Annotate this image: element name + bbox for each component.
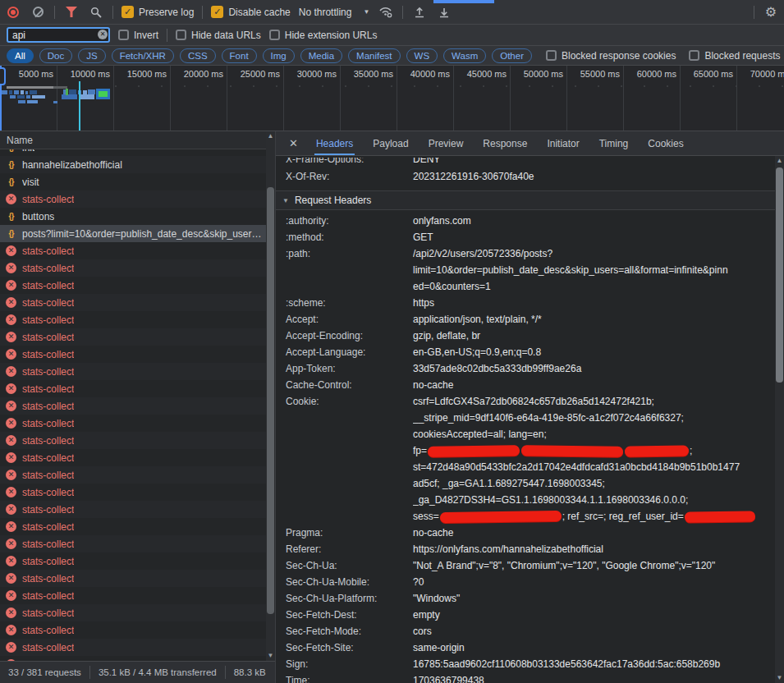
header-name: Sec-Fetch-Mode: xyxy=(286,623,413,639)
scroll-down-icon[interactable]: ▼ xyxy=(775,673,784,683)
name-column-header[interactable]: Name xyxy=(0,131,275,149)
request-row[interactable]: {}init xyxy=(0,149,275,156)
type-chip-doc[interactable]: Doc xyxy=(39,48,72,63)
record-button[interactable] xyxy=(5,4,21,21)
request-row[interactable]: ✕stats-collect xyxy=(0,397,275,415)
request-row[interactable]: ✕stats-collect xyxy=(0,294,275,311)
request-row[interactable]: ✕stats-collect xyxy=(0,604,275,621)
search-button[interactable] xyxy=(88,4,104,21)
header-row: Sign:16785:5aad9602cf110608b03133de56364… xyxy=(276,656,784,672)
import-har-button[interactable] xyxy=(411,4,428,21)
request-row[interactable]: ✕stats-collect xyxy=(0,415,275,432)
type-chip-media[interactable]: Media xyxy=(300,48,342,63)
request-row[interactable]: ✕stats-collect xyxy=(0,432,275,449)
request-row[interactable]: ✕stats-collect xyxy=(0,346,275,363)
left-scrollbar[interactable]: ▲ ▼ xyxy=(266,131,275,661)
header-value-text: 1703636799438 xyxy=(413,675,484,683)
filter-toggle-button[interactable] xyxy=(63,4,80,21)
tab-preview[interactable]: Preview xyxy=(420,133,472,154)
request-row[interactable]: ✕stats-collect xyxy=(0,518,275,535)
request-row[interactable]: ✕stats-collect xyxy=(0,363,275,380)
header-value-text: DENY xyxy=(413,158,440,165)
section-header[interactable]: ▼Request Headers xyxy=(276,190,784,210)
request-row[interactable]: ✕stats-collect xyxy=(0,552,275,570)
type-chip-manifest[interactable]: Manifest xyxy=(348,48,400,63)
request-name: stats-collect xyxy=(22,452,74,464)
ruler-tick-label: 25000 ms xyxy=(219,69,280,79)
request-row[interactable]: ✕stats-collect xyxy=(0,466,275,484)
throttling-dropdown[interactable]: No throttling ▼ xyxy=(299,7,370,18)
header-name: :method: xyxy=(286,229,413,245)
scroll-down-icon[interactable]: ▼ xyxy=(266,651,275,661)
request-row[interactable]: ✕stats-collect xyxy=(0,484,275,501)
close-icon[interactable]: ✕ xyxy=(282,137,305,149)
error-icon: ✕ xyxy=(6,366,16,377)
request-row[interactable]: ✕stats-collect xyxy=(0,449,275,466)
tab-response[interactable]: Response xyxy=(475,133,535,154)
invert-checkbox[interactable]: Invert xyxy=(118,30,158,41)
tab-initiator[interactable]: Initiator xyxy=(539,133,587,154)
request-row[interactable]: ✕stats-collect xyxy=(0,570,275,587)
error-icon: ✕ xyxy=(6,642,16,653)
request-row[interactable]: {}posts?limit=10&order=publish_date_desc… xyxy=(0,225,275,242)
disable-cache-checkbox[interactable]: ✓ Disable cache xyxy=(211,6,290,18)
type-chip-css[interactable]: CSS xyxy=(180,48,216,63)
clear-button[interactable] xyxy=(30,4,46,21)
tab-headers[interactable]: Headers xyxy=(308,133,361,154)
request-row[interactable]: ✕stats-collect xyxy=(0,190,275,208)
scroll-up-icon[interactable]: ▲ xyxy=(266,131,275,141)
tab-cookies[interactable]: Cookies xyxy=(640,133,691,154)
overview-ruler[interactable]: 5000 ms10000 ms15000 ms20000 ms25000 ms3… xyxy=(0,66,784,131)
request-row[interactable]: {}hannahelizabethofficial xyxy=(0,156,275,173)
request-row[interactable]: ✕stats-collect xyxy=(0,380,275,397)
header-value: GET xyxy=(413,229,784,245)
header-value-text: cors xyxy=(413,626,432,637)
type-chip-ws[interactable]: WS xyxy=(406,48,438,63)
header-value-line: DENY xyxy=(413,158,784,167)
request-row[interactable]: ✕stats-collect xyxy=(0,621,275,639)
type-chip-wasm[interactable]: Wasm xyxy=(443,48,486,63)
type-chip-js[interactable]: JS xyxy=(78,48,105,63)
scroll-up-icon[interactable]: ▲ xyxy=(775,156,784,166)
request-row[interactable]: ✕stats-collect xyxy=(0,501,275,518)
request-row[interactable]: ✕stats-collect xyxy=(0,328,275,346)
header-row: :method:GET xyxy=(276,229,784,245)
header-value-text: 16785:5aad9602cf110608b03133de563642fac1… xyxy=(413,658,720,670)
export-har-button[interactable] xyxy=(436,4,452,21)
header-value: application/json, text/plain, */* xyxy=(413,311,784,328)
header-value-line: sess=; ref_src=; reg_ref_user_id= xyxy=(413,508,784,525)
request-row[interactable]: ✕stats-collect xyxy=(0,535,275,552)
request-row[interactable]: ✕stats-collect xyxy=(0,277,275,294)
right-scrollbar[interactable]: ▲ ▼ xyxy=(775,156,784,683)
filter-checkbox-blocked-response-cookies[interactable]: Blocked response cookies xyxy=(546,50,676,62)
type-chip-img[interactable]: Img xyxy=(263,48,295,63)
settings-button[interactable]: ⚙ xyxy=(763,4,779,21)
request-row[interactable]: {}buttons xyxy=(0,208,275,225)
error-icon: ✕ xyxy=(6,401,16,411)
clear-input-icon[interactable]: ✕ xyxy=(98,30,108,39)
type-chip-font[interactable]: Font xyxy=(222,48,257,63)
type-chip-fetch-xhr[interactable]: Fetch/XHR xyxy=(112,48,174,63)
tab-payload[interactable]: Payload xyxy=(364,133,416,154)
header-value-text: ; xyxy=(690,445,692,456)
network-conditions-button[interactable] xyxy=(378,4,394,21)
filter-checkbox-blocked-requests[interactable]: Blocked requests xyxy=(689,50,780,62)
request-row[interactable]: {}visit xyxy=(0,173,275,190)
type-chip-all[interactable]: All xyxy=(7,48,34,63)
header-value-line: ad5cf; _ga=GA1.1.689275447.1698003345; xyxy=(413,475,784,492)
header-value-line: empty xyxy=(413,607,784,623)
header-name: Cookie: xyxy=(286,393,413,525)
left-scrollbar-thumb[interactable] xyxy=(267,187,274,614)
right-scrollbar-thumb[interactable] xyxy=(776,167,783,383)
preserve-log-checkbox[interactable]: ✓ Preserve log xyxy=(121,6,194,18)
filter-input[interactable] xyxy=(7,27,110,43)
request-row[interactable]: ✕stats-collect xyxy=(0,639,275,656)
request-row[interactable]: ✕stats-collect xyxy=(0,311,275,328)
hide-extension-urls-checkbox[interactable]: Hide extension URLs xyxy=(269,30,378,41)
type-chip-other[interactable]: Other xyxy=(492,48,532,63)
request-row[interactable]: ✕stats-collect xyxy=(0,587,275,604)
tab-timing[interactable]: Timing xyxy=(591,133,637,154)
hide-data-urls-checkbox[interactable]: Hide data URLs xyxy=(176,30,261,41)
request-row[interactable]: ✕stats-collect xyxy=(0,259,275,277)
request-row[interactable]: ✕stats-collect xyxy=(0,242,275,259)
